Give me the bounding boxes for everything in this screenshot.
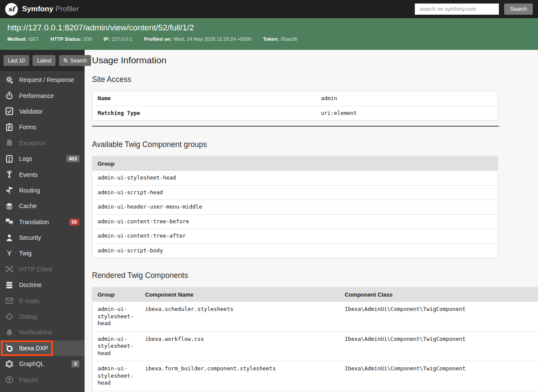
profiler-sidebar: Last 10LatestSearch Request / ResponsePe… xyxy=(0,50,85,392)
app-title-symfony: Symfony xyxy=(22,5,53,13)
sidebar-item-label: Request / Response xyxy=(19,76,74,83)
component-class: Ibexa\AdminUi\Component\TwigComponent xyxy=(340,361,538,391)
count-badge: 59 xyxy=(69,219,79,225)
sidebar-item-routing[interactable]: Routing xyxy=(0,183,85,198)
meta-value: 05aa26 xyxy=(281,36,297,42)
sidebar-item-events[interactable]: Events xyxy=(0,167,85,182)
group-name: admin-ui-script-body xyxy=(92,243,498,258)
meta-ip: IP:127.0.0.1 xyxy=(104,36,133,42)
row-label: Matching Type xyxy=(92,106,316,121)
sidebar-item-label: Doctrine xyxy=(19,281,42,288)
database-icon xyxy=(5,281,13,289)
table-row: Matching Typeuri:element xyxy=(92,106,498,121)
app-title-profiler: Profiler xyxy=(56,5,79,13)
component-name: ibexa.form_builder.component.stylesheets xyxy=(140,361,340,391)
sidebar-item-label: Payum xyxy=(19,376,38,383)
sidebar-item-label: Security xyxy=(19,234,41,241)
sidebar-menu: Request / ResponsePerformanceValidatorFo… xyxy=(0,71,85,392)
broadcast-icon xyxy=(5,170,13,179)
meta-value: 200 xyxy=(83,36,92,42)
sidebar-item-exception[interactable]: Exception xyxy=(0,135,85,151)
sidebar-item-security[interactable]: Security xyxy=(0,230,85,245)
sidebar-item-label: Exception xyxy=(19,140,46,147)
group-name: admin-ui-script-head xyxy=(92,185,498,200)
sidebar-item-label: Performance xyxy=(19,92,54,99)
stopwatch-icon xyxy=(5,91,13,100)
ghost-icon xyxy=(5,139,13,147)
sidebar-item-debug[interactable]: Debug xyxy=(0,309,85,324)
table-row: admin-ui-content-tree-before xyxy=(92,214,498,229)
sidebar-item-doctrine[interactable]: Doctrine xyxy=(0,277,85,293)
component-group: admin-ui-stylesheet-head xyxy=(92,361,140,391)
site-access-heading: Site Access xyxy=(92,75,538,84)
group-name: admin-ui-content-tree-after xyxy=(92,229,498,244)
request-meta: Method:GETHTTP Status:200IP:127.0.0.1Pro… xyxy=(7,36,531,42)
filter-latest-button[interactable]: Latest xyxy=(33,55,56,66)
meta-http-status: HTTP Status:200 xyxy=(50,36,92,42)
row-value: uri:element xyxy=(316,106,498,121)
table-row: admin-ui-script-body xyxy=(92,243,498,258)
sidebar-item-translation[interactable]: Translation59 xyxy=(0,214,85,230)
sidebar-item-notifications[interactable]: Notifications xyxy=(0,324,85,340)
sidebar-item-performance[interactable]: Performance xyxy=(0,88,85,103)
sidebar-item-cache[interactable]: Cache xyxy=(0,198,85,214)
table-row: admin-ui-header-user-menu-middle xyxy=(92,200,498,215)
column-header-component-name: Component Name xyxy=(140,287,340,302)
component-group: admin-ui-stylesheet-head xyxy=(92,331,140,361)
meta-label: Profiled on: xyxy=(144,36,172,42)
request-bar: http://127.0.0.1:8207/admin/view/content… xyxy=(0,18,538,50)
graphql-icon xyxy=(5,360,13,368)
sidebar-item-payum[interactable]: Payum xyxy=(0,372,85,387)
ibexa-icon xyxy=(5,344,13,352)
meta-method: Method:GET xyxy=(7,36,39,42)
sidebar-item-label: Validator xyxy=(19,108,43,115)
meta-label: Token: xyxy=(263,36,279,42)
sidebar-item-twig[interactable]: Twig xyxy=(0,245,85,261)
envelope-icon xyxy=(5,297,13,305)
sidebar-item-graphql[interactable]: GraphQL0 xyxy=(0,356,85,372)
sidebar-item-label: Ibexa DXP xyxy=(19,345,48,352)
sidebar-item-request-response[interactable]: Request / Response xyxy=(0,72,85,88)
main-content: Usage Information Site Access NameadminM… xyxy=(85,50,538,392)
page-title: Usage Information xyxy=(92,55,538,65)
table-row: admin-ui-stylesheet-headibexa.scheduler.… xyxy=(92,302,538,331)
table-row: admin-ui-stylesheet-head xyxy=(92,171,498,185)
table-row: admin-ui-content-tree-after xyxy=(92,229,498,244)
check-square-icon xyxy=(5,107,13,115)
component-group: admin-ui-stylesheet-head xyxy=(92,302,140,331)
sidebar-item-label: Cache xyxy=(19,203,36,209)
sidebar-item-forms[interactable]: Forms xyxy=(0,119,85,135)
sidebar-item-validator[interactable]: Validator xyxy=(0,104,85,119)
sidebar-item-http-client[interactable]: HTTP Client xyxy=(0,261,85,277)
component-name: ibexa.scheduler.stylesheets xyxy=(140,302,340,331)
profiled-url: http://127.0.0.1:8207/admin/view/content… xyxy=(7,22,531,33)
layers-icon xyxy=(5,202,13,210)
sidebar-item-label: Logs xyxy=(19,155,32,162)
sidebar-item-ibexa-dxp[interactable]: Ibexa DXP xyxy=(0,340,85,356)
filter-last-10-button[interactable]: Last 10 xyxy=(3,55,29,66)
column-header-component-class: Component Class xyxy=(340,287,538,302)
row-label: Name xyxy=(92,91,316,106)
filter-label: Latest xyxy=(37,58,51,64)
sidebar-item-logs[interactable]: Logs403 xyxy=(0,151,85,167)
signpost-icon xyxy=(5,186,13,194)
sidebar-item-label: Debug xyxy=(19,313,37,320)
sidebar-item-e-mails[interactable]: E-mails xyxy=(0,293,85,308)
symfony-search-button[interactable]: Search xyxy=(504,3,533,15)
sidebar-item-label: Notifications xyxy=(19,329,52,336)
sidebar-item-label: HTTP Client xyxy=(19,266,52,273)
symfony-search-input[interactable] xyxy=(415,3,499,15)
table-row: Nameadmin xyxy=(92,91,498,106)
book-alert-icon xyxy=(5,155,13,163)
network-icon xyxy=(5,265,13,273)
meta-label: IP: xyxy=(104,36,110,42)
component-class: Ibexa\AdminUi\Component\TwigComponent xyxy=(340,331,538,361)
component-class: Ibexa\AdminUi\Component\TwigComponent xyxy=(340,302,538,331)
meta-label: HTTP Status: xyxy=(50,36,82,42)
app-header: sf SymfonyProfiler Search xyxy=(0,0,538,18)
sidebar-item-label: Forms xyxy=(19,124,36,131)
sidebar-item-label: Translation xyxy=(19,219,49,225)
crosshair-icon xyxy=(5,313,13,321)
site-access-table: NameadminMatching Typeuri:element xyxy=(92,91,498,121)
gears-icon xyxy=(5,76,13,84)
